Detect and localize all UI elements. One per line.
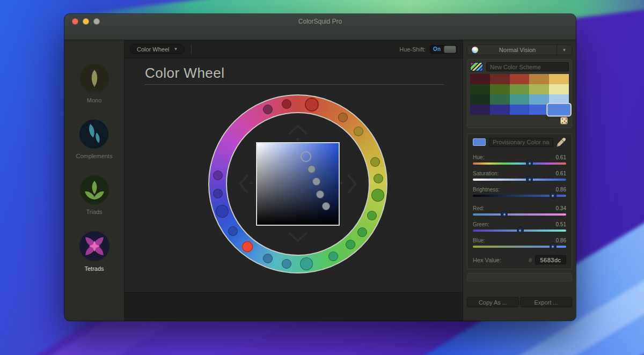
palette-swatch[interactable]: [490, 94, 510, 105]
view-selector-dropdown[interactable]: Color Wheel ▼: [130, 44, 185, 54]
slider-knob[interactable]: [550, 192, 557, 199]
sidebar-item-mono[interactable]: Mono: [80, 64, 109, 103]
sidebar-item-label: Mono: [87, 97, 102, 103]
hash-symbol: #: [529, 257, 532, 263]
sidebar-item-triads[interactable]: Triads: [80, 175, 109, 215]
toggle-knob[interactable]: [444, 46, 456, 53]
slider-knob[interactable]: [550, 243, 557, 250]
slider-track[interactable]: [473, 230, 566, 232]
palette-swatch[interactable]: [529, 74, 549, 84]
sidebar: Mono Complements: [64, 40, 125, 321]
ring-dot[interactable]: [374, 174, 383, 183]
chevron-down-icon[interactable]: ▼: [557, 45, 572, 55]
palette-swatch-selected[interactable]: [548, 104, 570, 116]
chevron-down-icon: ▼: [174, 47, 178, 51]
palette-swatch[interactable]: [490, 105, 510, 115]
arrow-down-icon[interactable]: [287, 232, 309, 242]
current-color-swatch[interactable]: [473, 138, 486, 146]
ring-dot[interactable]: [263, 105, 273, 114]
slider-track[interactable]: [473, 179, 566, 181]
sv-dot[interactable]: [308, 165, 316, 173]
export-button[interactable]: Export ...: [520, 297, 572, 307]
palette-swatch[interactable]: [529, 84, 549, 94]
slider-knob[interactable]: [517, 227, 524, 234]
color-name-input[interactable]: [489, 138, 553, 147]
sv-dot[interactable]: [312, 178, 320, 186]
titlebar[interactable]: ColorSquid Pro: [64, 14, 576, 40]
ring-dot[interactable]: [354, 127, 363, 136]
palette-swatch[interactable]: [510, 94, 530, 105]
slider-knob[interactable]: [501, 211, 508, 218]
slider-hue: Hue:0.61: [473, 154, 566, 165]
palette-swatch[interactable]: [470, 105, 490, 115]
hex-input[interactable]: [535, 255, 566, 264]
slider-green: Green:0.51: [473, 221, 566, 232]
palette-swatch[interactable]: [549, 84, 569, 94]
arrow-up-icon[interactable]: [287, 124, 309, 135]
ring-dot[interactable]: [338, 113, 348, 122]
arrow-right-icon[interactable]: [347, 173, 357, 195]
sidebar-item-complements[interactable]: Complements: [76, 120, 113, 159]
palette-swatch[interactable]: [529, 105, 549, 115]
palette-swatch[interactable]: [510, 84, 530, 94]
main-footer: [125, 292, 463, 321]
palette-swatch[interactable]: [510, 105, 530, 115]
slider-track[interactable]: [473, 195, 566, 197]
ring-dot[interactable]: [263, 254, 273, 263]
toggle-state-label: On: [430, 46, 443, 52]
sidebar-item-label: Tetrads: [84, 265, 104, 272]
slider-label: Green:: [473, 221, 489, 227]
slider-saturation: Saturation:0.61: [473, 171, 566, 181]
saturation-brightness-square[interactable]: [256, 142, 340, 226]
palette-swatch[interactable]: [470, 84, 490, 94]
slider-track[interactable]: [473, 246, 566, 248]
hue-shift-toggle[interactable]: On: [430, 45, 457, 54]
complements-icon: [79, 120, 108, 149]
scheme-name-input[interactable]: [486, 62, 569, 71]
ring-dot[interactable]: [371, 189, 384, 202]
ring-dot[interactable]: [328, 252, 338, 261]
randomize-dice-icon[interactable]: [560, 117, 568, 124]
slider-value: 0.86: [556, 238, 566, 243]
main-toolbar: Color Wheel ▼ Hue-Shift: On: [125, 40, 463, 58]
slider-track[interactable]: [473, 213, 566, 216]
sv-dot[interactable]: [322, 202, 330, 210]
palette-swatch[interactable]: [470, 94, 490, 105]
ring-dot[interactable]: [300, 257, 313, 270]
slider-label: Brightness:: [473, 187, 500, 193]
sv-dot[interactable]: [316, 190, 324, 198]
palette-swatch[interactable]: [490, 74, 510, 84]
slider-knob[interactable]: [526, 160, 533, 167]
palette-swatch[interactable]: [529, 94, 549, 105]
arrow-left-icon[interactable]: [238, 173, 249, 195]
slider-knob[interactable]: [526, 176, 533, 183]
palette-swatch[interactable]: [549, 94, 569, 105]
ring-dot[interactable]: [228, 226, 238, 236]
eyedropper-icon[interactable]: [557, 137, 566, 147]
ring-dot[interactable]: [357, 227, 367, 237]
ring-dot[interactable]: [282, 259, 291, 269]
palette-swatch[interactable]: [549, 74, 569, 84]
sidebar-item-tetrads[interactable]: Tetrads: [79, 231, 109, 272]
palette-swatch[interactable]: [470, 74, 490, 84]
slider-value: 0.86: [556, 187, 566, 193]
mono-icon: [80, 64, 109, 93]
main-area: Color Wheel ▼ Hue-Shift: On Color Wheel: [125, 40, 463, 321]
palette-swatch[interactable]: [490, 84, 510, 94]
scheme-stripes-icon: [470, 62, 483, 71]
vision-dropdown[interactable]: Normal Vision ▼: [467, 45, 572, 55]
slider-value: 0.34: [556, 205, 566, 211]
slider-value: 0.61: [556, 171, 566, 176]
sv-dot-outline[interactable]: [301, 151, 311, 162]
color-wheel[interactable]: + − − +: [208, 94, 387, 273]
vision-dropdown-label: Normal Vision: [478, 47, 557, 53]
ring-dot[interactable]: [367, 211, 377, 220]
slider-track[interactable]: [473, 162, 566, 165]
ring-dot-accent[interactable]: [242, 241, 253, 252]
copy-as-button[interactable]: Copy As ...: [467, 297, 519, 307]
hex-label: Hex Value:: [473, 257, 501, 263]
palette-swatch[interactable]: [510, 74, 530, 84]
view-selector-label: Color Wheel: [137, 46, 170, 53]
ring-dot[interactable]: [370, 157, 380, 167]
scheme-box: [467, 59, 572, 128]
